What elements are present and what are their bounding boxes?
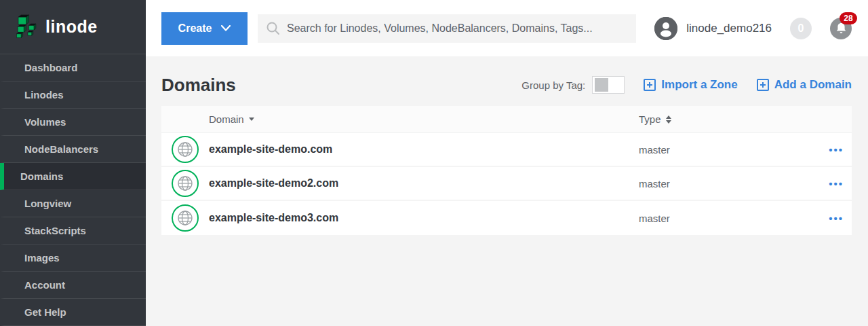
- column-header-domain-label: Domain: [209, 113, 244, 125]
- import-zone-button[interactable]: Import a Zone: [644, 78, 737, 92]
- plus-square-icon: [757, 79, 769, 91]
- sidebar-item-volumes[interactable]: Volumes: [0, 109, 146, 136]
- sidebar-item-get-help[interactable]: Get Help: [0, 299, 146, 326]
- linode-logo[interactable]: linode: [0, 0, 146, 54]
- page-title: Domains: [161, 75, 521, 96]
- row-actions-menu-icon[interactable]: •••: [829, 213, 844, 224]
- create-button-label: Create: [178, 22, 212, 35]
- logo-wordmark: linode: [45, 17, 98, 37]
- search-input[interactable]: [287, 22, 628, 35]
- sidebar-item-stackscripts[interactable]: StackScripts: [0, 217, 146, 244]
- group-by-tag-toggle[interactable]: [592, 76, 625, 94]
- sidebar-item-linodes[interactable]: Linodes: [0, 82, 146, 109]
- username: linode_demo216: [686, 22, 772, 35]
- import-zone-label: Import a Zone: [661, 78, 737, 92]
- sidebar: linode Dashboard Linodes Volumes NodeBal…: [0, 0, 146, 326]
- domain-link[interactable]: example-site-demo.com: [209, 143, 332, 156]
- user-avatar-icon: [654, 17, 677, 40]
- page-header: Domains Group by Tag: Import a Zone: [161, 66, 852, 104]
- sidebar-item-account[interactable]: Account: [0, 272, 146, 299]
- column-header-type-label: Type: [639, 113, 661, 125]
- chevron-down-icon: [221, 25, 231, 31]
- group-by-tag: Group by Tag:: [521, 76, 625, 94]
- domain-link[interactable]: example-site-demo3.com: [209, 212, 338, 224]
- table-header: Domain Type: [161, 106, 852, 133]
- sort-desc-icon: [249, 117, 254, 121]
- sidebar-item-dashboard[interactable]: Dashboard: [0, 54, 146, 82]
- global-search: [258, 14, 636, 43]
- table-row: example-site-demo3.com master •••: [161, 201, 852, 235]
- sidebar-item-nodebalancers[interactable]: NodeBalancers: [0, 136, 146, 163]
- notification-count-badge: 28: [840, 12, 857, 24]
- sidebar-item-longview[interactable]: Longview: [0, 190, 146, 217]
- topbar: Create linode_demo216: [146, 0, 868, 56]
- domain-type: master: [639, 144, 811, 156]
- main-area: Create linode_demo216: [146, 0, 868, 326]
- domain-globe-icon: [172, 136, 199, 163]
- add-domain-label: Add a Domain: [774, 78, 852, 92]
- domain-globe-icon: [172, 204, 199, 232]
- domains-table: Domain Type: [161, 106, 852, 235]
- create-button[interactable]: Create: [161, 12, 248, 45]
- plus-square-icon: [644, 79, 656, 91]
- table-row: example-site-demo2.com master •••: [161, 167, 852, 201]
- community-badge[interactable]: 0: [790, 18, 812, 39]
- topbar-right: linode_demo216 0 28: [654, 17, 852, 40]
- column-header-domain[interactable]: Domain: [161, 113, 639, 125]
- table-row: example-site-demo.com master •••: [161, 133, 852, 167]
- sidebar-nav: Dashboard Linodes Volumes NodeBalancers …: [0, 54, 146, 326]
- column-header-type[interactable]: Type: [639, 113, 811, 125]
- domain-globe-icon: [172, 170, 199, 197]
- sidebar-item-images[interactable]: Images: [0, 244, 146, 272]
- domain-link[interactable]: example-site-demo2.com: [209, 177, 338, 189]
- sidebar-item-domains[interactable]: Domains: [0, 163, 146, 190]
- notifications: 28: [830, 18, 852, 39]
- linode-logo-icon: [15, 12, 37, 42]
- domain-type: master: [639, 213, 811, 224]
- add-domain-button[interactable]: Add a Domain: [757, 78, 852, 92]
- sort-both-icon: [666, 115, 671, 124]
- user-menu[interactable]: linode_demo216: [654, 17, 772, 40]
- search-icon: [266, 21, 280, 35]
- toggle-knob: [595, 78, 608, 92]
- group-by-tag-label: Group by Tag:: [521, 79, 585, 91]
- domain-type: master: [639, 178, 811, 189]
- page-content: Domains Group by Tag: Import a Zone: [146, 56, 868, 326]
- row-actions-menu-icon[interactable]: •••: [829, 144, 844, 156]
- page-controls: Group by Tag: Import a Zone Add a Domai: [521, 76, 852, 94]
- row-actions-menu-icon[interactable]: •••: [829, 178, 844, 189]
